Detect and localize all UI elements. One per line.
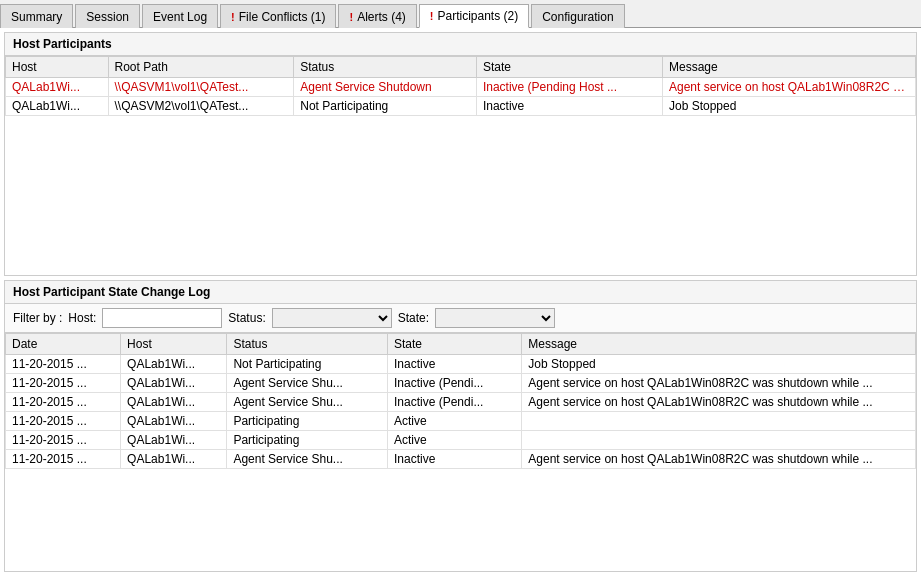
alert-icon-alerts: ! (349, 11, 353, 23)
host-participants-table-wrapper: HostRoot PathStatusStateMessage QALab1Wi… (5, 56, 916, 275)
host-participants-tbody: QALab1Wi...\\QASVM1\vol1\QATest...Agent … (6, 78, 916, 116)
tab-file-conflicts[interactable]: !File Conflicts (1) (220, 4, 336, 28)
log-cell-status: Participating (227, 430, 388, 449)
tab-label-summary: Summary (11, 10, 62, 24)
host-participants-table: HostRoot PathStatusStateMessage QALab1Wi… (5, 56, 916, 116)
log-cell-host: QALab1Wi... (121, 392, 227, 411)
log-cell-date: 11-20-2015 ... (6, 449, 121, 468)
log-table-wrapper: DateHostStatusStateMessage 11-20-2015 ..… (5, 333, 916, 571)
log-cell-state: Inactive (388, 449, 522, 468)
log-cell-date: 11-20-2015 ... (6, 354, 121, 373)
log-cell-message (522, 430, 916, 449)
tab-label-file-conflicts: File Conflicts (1) (239, 10, 326, 24)
log-col-date: Date (6, 333, 121, 354)
hp-cell-host: QALab1Wi... (6, 78, 109, 97)
log-cell-host: QALab1Wi... (121, 411, 227, 430)
host-participants-col-root-path: Root Path (108, 57, 294, 78)
list-item[interactable]: 11-20-2015 ...QALab1Wi...Agent Service S… (6, 373, 916, 392)
status-filter-label: Status: (228, 311, 265, 325)
hp-cell-root_path: \\QASVM2\vol1\QATest... (108, 97, 294, 116)
tab-label-event-log: Event Log (153, 10, 207, 24)
hp-cell-message: Agent service on host QALab1Win08R2C was… (662, 78, 915, 97)
log-cell-date: 11-20-2015 ... (6, 392, 121, 411)
log-cell-message: Agent service on host QALab1Win08R2C was… (522, 373, 916, 392)
host-participants-col-status: Status (294, 57, 477, 78)
host-participants-title: Host Participants (5, 33, 916, 56)
status-filter-select[interactable] (272, 308, 392, 328)
tab-label-session: Session (86, 10, 129, 24)
tab-configuration[interactable]: Configuration (531, 4, 624, 28)
log-cell-host: QALab1Wi... (121, 354, 227, 373)
list-item[interactable]: 11-20-2015 ...QALab1Wi...ParticipatingAc… (6, 430, 916, 449)
host-participants-col-host: Host (6, 57, 109, 78)
log-cell-state: Inactive (Pendi... (388, 392, 522, 411)
list-item[interactable]: 11-20-2015 ...QALab1Wi...Not Participati… (6, 354, 916, 373)
hp-cell-status: Agent Service Shutdown (294, 78, 477, 97)
state-filter-select[interactable] (435, 308, 555, 328)
tab-session[interactable]: Session (75, 4, 140, 28)
log-cell-date: 11-20-2015 ... (6, 373, 121, 392)
list-item[interactable]: 11-20-2015 ...QALab1Wi...Agent Service S… (6, 392, 916, 411)
state-filter-label: State: (398, 311, 429, 325)
tab-event-log[interactable]: Event Log (142, 4, 218, 28)
log-cell-date: 11-20-2015 ... (6, 430, 121, 449)
tab-label-participants: Participants (2) (437, 9, 518, 23)
main-content: Host Participants HostRoot PathStatusSta… (0, 28, 921, 576)
hp-cell-state: Inactive (Pending Host ... (476, 78, 662, 97)
list-item[interactable]: 11-20-2015 ...QALab1Wi...Agent Service S… (6, 449, 916, 468)
log-cell-state: Active (388, 430, 522, 449)
alert-icon-participants: ! (430, 10, 434, 22)
log-cell-message (522, 411, 916, 430)
state-change-log-title: Host Participant State Change Log (5, 281, 916, 304)
hp-cell-host: QALab1Wi... (6, 97, 109, 116)
host-participants-col-state: State (476, 57, 662, 78)
tab-label-alerts: Alerts (4) (357, 10, 406, 24)
log-cell-message: Agent service on host QALab1Win08R2C was… (522, 449, 916, 468)
tab-summary[interactable]: Summary (0, 4, 73, 28)
log-col-status: Status (227, 333, 388, 354)
host-participants-col-message: Message (662, 57, 915, 78)
table-row[interactable]: QALab1Wi...\\QASVM1\vol1\QATest...Agent … (6, 78, 916, 97)
log-cell-message: Job Stopped (522, 354, 916, 373)
filter-by-label: Filter by : (13, 311, 62, 325)
list-item[interactable]: 11-20-2015 ...QALab1Wi...ParticipatingAc… (6, 411, 916, 430)
log-cell-host: QALab1Wi... (121, 449, 227, 468)
log-cell-date: 11-20-2015 ... (6, 411, 121, 430)
log-col-host: Host (121, 333, 227, 354)
log-cell-status: Agent Service Shu... (227, 373, 388, 392)
log-cell-state: Inactive (Pendi... (388, 373, 522, 392)
host-participants-section: Host Participants HostRoot PathStatusSta… (4, 32, 917, 276)
tab-bar: SummarySessionEvent Log!File Conflicts (… (0, 0, 921, 28)
log-cell-status: Agent Service Shu... (227, 449, 388, 468)
log-cell-host: QALab1Wi... (121, 373, 227, 392)
tab-participants[interactable]: !Participants (2) (419, 4, 529, 28)
log-cell-status: Agent Service Shu... (227, 392, 388, 411)
log-cell-host: QALab1Wi... (121, 430, 227, 449)
log-cell-state: Active (388, 411, 522, 430)
hp-cell-status: Not Participating (294, 97, 477, 116)
hp-cell-message: Job Stopped (662, 97, 915, 116)
host-participants-header-row: HostRoot PathStatusStateMessage (6, 57, 916, 78)
host-filter-label: Host: (68, 311, 96, 325)
hp-cell-root_path: \\QASVM1\vol1\QATest... (108, 78, 294, 97)
alert-icon-file-conflicts: ! (231, 11, 235, 23)
table-row[interactable]: QALab1Wi...\\QASVM2\vol1\QATest...Not Pa… (6, 97, 916, 116)
log-cell-status: Not Participating (227, 354, 388, 373)
filter-row: Filter by : Host: Status: State: (5, 304, 916, 333)
log-cell-message: Agent service on host QALab1Win08R2C was… (522, 392, 916, 411)
log-header-row: DateHostStatusStateMessage (6, 333, 916, 354)
log-cell-status: Participating (227, 411, 388, 430)
log-tbody: 11-20-2015 ...QALab1Wi...Not Participati… (6, 354, 916, 468)
log-col-message: Message (522, 333, 916, 354)
log-col-state: State (388, 333, 522, 354)
state-change-log-section: Host Participant State Change Log Filter… (4, 280, 917, 572)
host-filter-input[interactable] (102, 308, 222, 328)
log-cell-state: Inactive (388, 354, 522, 373)
log-table: DateHostStatusStateMessage 11-20-2015 ..… (5, 333, 916, 469)
tab-alerts[interactable]: !Alerts (4) (338, 4, 416, 28)
tab-label-configuration: Configuration (542, 10, 613, 24)
hp-cell-state: Inactive (476, 97, 662, 116)
